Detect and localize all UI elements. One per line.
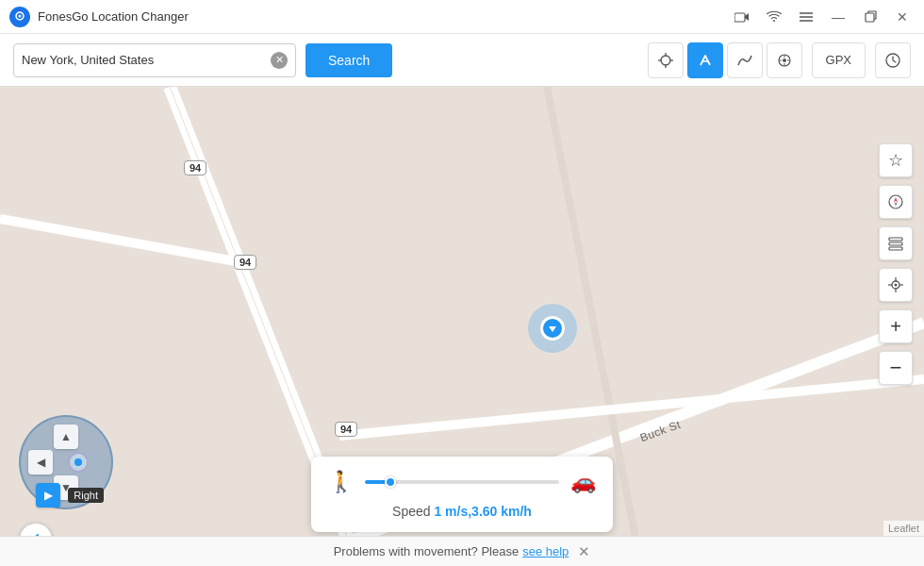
joystick-tool-button[interactable]: [767, 42, 802, 78]
walk-icon: 🚶: [328, 470, 354, 494]
svg-rect-24: [889, 247, 902, 250]
nav-compass: ▲ ▼ ◀ ▶ Right: [19, 415, 113, 509]
compass-dot: [74, 458, 82, 466]
location-marker: [528, 304, 577, 353]
compass-circle: ▲ ▼ ◀ ▶ Right: [19, 415, 113, 509]
search-input[interactable]: [22, 53, 271, 67]
svg-point-8: [661, 56, 670, 65]
right-tooltip: Right: [68, 488, 104, 503]
road-badge-94-1: 94: [184, 160, 206, 175]
problem-bar: Problems with movement? Please see help …: [0, 536, 924, 566]
svg-rect-2: [734, 13, 745, 22]
layers-button[interactable]: [879, 226, 913, 260]
speed-display: Speed 1 m/s,3.60 km/h: [328, 504, 596, 519]
svg-rect-22: [889, 238, 902, 241]
map-area[interactable]: 94 94 94 Buck St ☆ + − ▲ ▼ ◀: [0, 87, 924, 566]
history-button[interactable]: [875, 42, 911, 78]
svg-rect-23: [889, 242, 902, 245]
speed-mode-row: 🚶 🚗: [328, 470, 596, 494]
gpx-button[interactable]: GPX: [812, 42, 866, 78]
compass-center: [68, 452, 89, 473]
map-tool-group: [648, 42, 802, 78]
toolbar: ✕ Search GPX: [0, 34, 924, 87]
crosshair-tool-button[interactable]: [648, 42, 684, 78]
compass-right-button[interactable]: ▶ Right: [36, 483, 60, 508]
bookmark-button[interactable]: ☆: [879, 143, 913, 177]
search-box: ✕: [13, 43, 296, 77]
window-controls: — ✕: [730, 5, 915, 29]
search-button[interactable]: Search: [305, 43, 392, 77]
restore-icon[interactable]: [858, 5, 883, 29]
compass-up-button[interactable]: ▲: [54, 424, 78, 449]
car-icon: 🚗: [570, 470, 596, 494]
svg-point-15: [783, 58, 786, 62]
svg-rect-7: [866, 13, 874, 22]
wifi-icon[interactable]: [762, 5, 786, 29]
compass-map-button[interactable]: [879, 185, 913, 219]
minimize-icon[interactable]: —: [826, 5, 850, 29]
problem-close-button[interactable]: ✕: [578, 543, 590, 560]
camera-icon[interactable]: [730, 5, 754, 29]
menu-icon[interactable]: [794, 5, 818, 29]
locate-me-button[interactable]: [879, 268, 913, 302]
compass-left-button[interactable]: ◀: [28, 450, 53, 474]
svg-point-26: [895, 284, 898, 287]
speed-slider[interactable]: [365, 480, 559, 484]
problem-text: Problems with movement? Please: [334, 544, 520, 558]
app-title: FonesGo Location Changer: [38, 9, 730, 24]
speed-slider-thumb: [385, 476, 396, 488]
app-logo: [9, 7, 30, 27]
speed-panel: 🚶 🚗 Speed 1 m/s,3.60 km/h: [311, 457, 613, 532]
multipoint-tool-button[interactable]: [727, 42, 763, 78]
zoom-in-button[interactable]: +: [879, 309, 913, 343]
map-right-controls: ☆ + −: [879, 143, 913, 385]
search-clear-button[interactable]: ✕: [271, 52, 288, 69]
close-icon[interactable]: ✕: [890, 5, 915, 29]
see-help-link[interactable]: see help: [522, 544, 569, 558]
titlebar: FonesGo Location Changer — ✕: [0, 0, 924, 34]
svg-point-1: [19, 14, 22, 17]
speed-value: 1 m/s,3.60 km/h: [434, 504, 532, 519]
route-tool-button[interactable]: [687, 42, 723, 78]
road-badge-94-3: 94: [335, 422, 357, 437]
road-badge-94-2: 94: [234, 255, 256, 270]
map-attribution: Leaflet: [883, 521, 924, 536]
zoom-out-button[interactable]: −: [879, 351, 913, 385]
speed-label: Speed: [392, 504, 434, 519]
